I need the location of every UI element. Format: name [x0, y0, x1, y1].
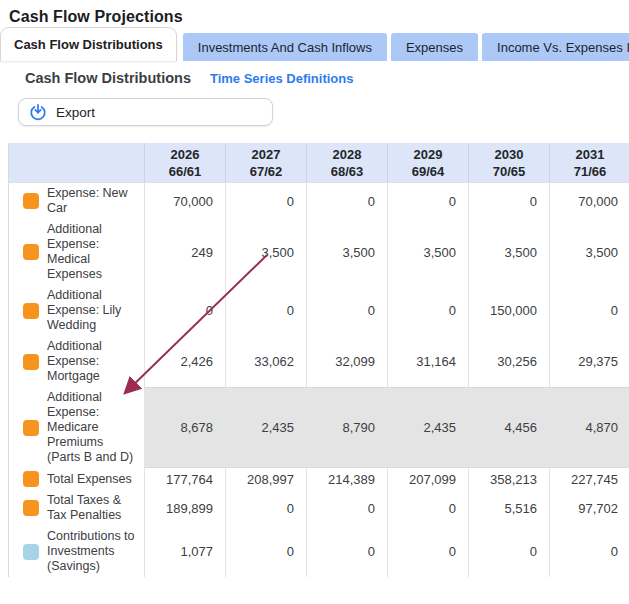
tab-cash-flow-distributions[interactable]: Cash Flow Distributions [0, 27, 177, 61]
expense-swatch-icon [23, 354, 39, 370]
tab-label: Income Vs. Expenses In Retirement [497, 40, 629, 55]
value-cell: 214,389 [306, 468, 387, 490]
tab-investments-and-cash-inflows[interactable]: Investments And Cash Inflows [183, 33, 387, 61]
row-label: Contributions to Investments (Savings) [47, 529, 137, 574]
value-cell: 0 [225, 490, 306, 526]
value-cell: 0 [306, 490, 387, 526]
table-row: Additional Expense: Medical Expenses 249… [9, 219, 629, 285]
row-label: Additional Expense: Medical Expenses [47, 222, 137, 282]
row-label: Total Taxes & Tax Penalties [47, 493, 137, 523]
value-cell: 31,164 [387, 336, 468, 387]
column-header: 2031 71/66 [549, 143, 629, 182]
value-cell: 1,077 [144, 526, 225, 577]
value-cell: 0 [306, 526, 387, 577]
row-label-cell: Additional Expense: Medical Expenses [9, 219, 144, 285]
content-panel: Cash Flow Distributions Time Series Defi… [0, 61, 629, 604]
row-label-cell: Contributions to Investments (Savings) [9, 526, 144, 577]
value-cell: 0 [387, 183, 468, 219]
tab-label: Expenses [406, 40, 463, 55]
value-cell: 2,435 [225, 387, 306, 468]
column-header: 2026 66/61 [144, 143, 225, 182]
tab-expenses[interactable]: Expenses [391, 33, 478, 61]
expense-swatch-icon [23, 420, 39, 436]
value-cell: 227,745 [549, 468, 629, 490]
value-cell: 0 [306, 183, 387, 219]
value-cell: 0 [144, 285, 225, 336]
column-header: 2029 69/64 [387, 143, 468, 182]
column-header: 2027 67/62 [225, 143, 306, 182]
table-row: Total Expenses 177,764208,997214,389207,… [9, 468, 629, 490]
cash-flow-table: 2026 66/61 2027 67/62 2028 68/63 2029 69… [8, 143, 629, 577]
expense-swatch-icon [23, 303, 39, 319]
table-row: Additional Expense: Medicare Premiums (P… [9, 387, 629, 468]
expense-swatch-icon [23, 500, 39, 516]
row-label: Additional Expense: Mortgage [47, 339, 137, 384]
value-cell: 4,870 [549, 387, 629, 468]
column-year: 2028 [333, 146, 362, 163]
section-header: Cash Flow Distributions Time Series Defi… [0, 61, 629, 89]
value-cell: 0 [387, 526, 468, 577]
column-ages: 71/66 [574, 163, 607, 180]
row-label-cell: Expense: New Car [9, 183, 144, 219]
value-cell: 0 [225, 526, 306, 577]
table-row: Additional Expense: Mortgage 2,42633,062… [9, 336, 629, 387]
expense-swatch-icon [23, 471, 39, 487]
value-cell: 70,000 [549, 183, 629, 219]
value-cell: 0 [468, 183, 549, 219]
row-label: Total Expenses [47, 472, 137, 487]
column-ages: 67/62 [250, 163, 283, 180]
column-year: 2031 [576, 146, 605, 163]
value-cell: 97,702 [549, 490, 629, 526]
tab-bar: Cash Flow DistributionsInvestments And C… [0, 28, 629, 61]
value-cell: 189,899 [144, 490, 225, 526]
export-button[interactable]: Export [18, 98, 273, 126]
value-cell: 177,764 [144, 468, 225, 490]
value-cell: 358,213 [468, 468, 549, 490]
tab-label: Investments And Cash Inflows [198, 40, 372, 55]
value-cell: 3,500 [387, 219, 468, 285]
value-cell: 0 [306, 285, 387, 336]
time-series-definitions-link[interactable]: Time Series Definitions [210, 71, 354, 86]
value-cell: 70,000 [144, 183, 225, 219]
row-label-cell: Additional Expense: Lily Wedding [9, 285, 144, 336]
value-cell: 249 [144, 219, 225, 285]
column-year: 2030 [495, 146, 524, 163]
value-cell: 2,426 [144, 336, 225, 387]
value-cell: 3,500 [549, 219, 629, 285]
section-title: Cash Flow Distributions [25, 70, 191, 86]
table-row: Expense: New Car 70,000000070,000 [9, 183, 629, 219]
value-cell: 33,062 [225, 336, 306, 387]
table-row: Contributions to Investments (Savings) 1… [9, 526, 629, 577]
tab-income-vs-expenses-in-retirement[interactable]: Income Vs. Expenses In Retirement [482, 33, 629, 61]
savings-swatch-icon [23, 544, 39, 560]
value-cell: 0 [387, 285, 468, 336]
export-download-icon [29, 103, 47, 121]
value-cell: 3,500 [225, 219, 306, 285]
row-label: Additional Expense: Lily Wedding [47, 288, 137, 333]
value-cell: 207,099 [387, 468, 468, 490]
value-cell: 8,790 [306, 387, 387, 468]
value-cell: 5,516 [468, 490, 549, 526]
expense-swatch-icon [23, 193, 39, 209]
value-cell: 0 [387, 490, 468, 526]
value-cell: 0 [549, 526, 629, 577]
value-cell: 150,000 [468, 285, 549, 336]
page-title: Cash Flow Projections [0, 0, 629, 26]
value-cell: 0 [549, 285, 629, 336]
export-button-label: Export [56, 105, 95, 120]
column-header: 2028 68/63 [306, 143, 387, 182]
row-label-cell: Total Taxes & Tax Penalties [9, 490, 144, 526]
value-cell: 3,500 [468, 219, 549, 285]
value-cell: 4,456 [468, 387, 549, 468]
value-cell: 29,375 [549, 336, 629, 387]
row-label-cell: Additional Expense: Medicare Premiums (P… [9, 387, 144, 468]
column-ages: 68/63 [331, 163, 364, 180]
column-header: 2030 70/65 [468, 143, 549, 182]
value-cell: 32,099 [306, 336, 387, 387]
column-ages: 69/64 [412, 163, 445, 180]
row-label-cell: Total Expenses [9, 468, 144, 490]
row-label-column-header [9, 143, 144, 182]
column-year: 2029 [414, 146, 443, 163]
expense-swatch-icon [23, 244, 39, 260]
tab-label: Cash Flow Distributions [14, 37, 163, 52]
